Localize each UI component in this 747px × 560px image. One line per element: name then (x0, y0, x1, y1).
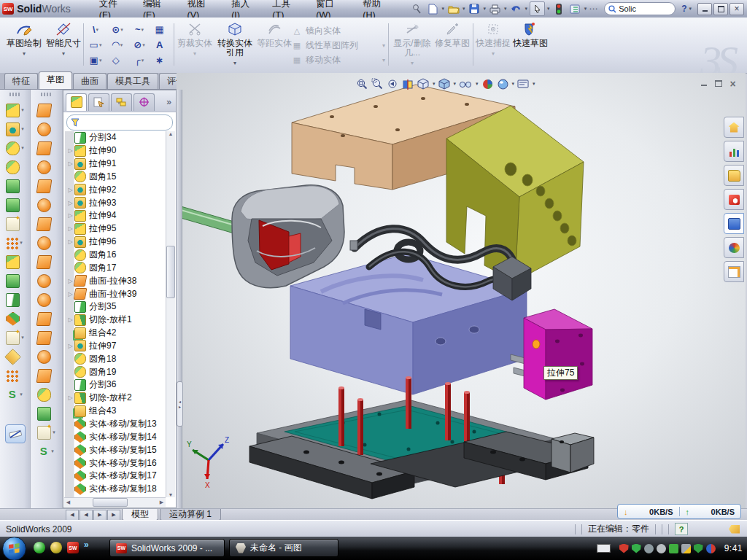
tree-item[interactable]: ▷ 组合42 (65, 327, 166, 340)
expand-arrow-icon[interactable]: ▷ (66, 225, 74, 232)
instant3d-icon[interactable]: ▾ (6, 347, 24, 366)
help-caret-icon[interactable]: ▾ (689, 6, 692, 12)
vpn-icon[interactable] (669, 544, 678, 553)
sketch-button[interactable]: 草图绘制▾ (4, 20, 44, 71)
tab-草图[interactable]: 草图 (39, 71, 72, 89)
pin-icon[interactable] (410, 2, 424, 15)
combine-bodies-icon[interactable]: ▾ (6, 252, 24, 271)
trim-entities-button[interactable]: 剪裁实体▾ (177, 20, 213, 71)
view-palette-icon[interactable] (724, 213, 744, 234)
swept-boss-icon[interactable]: ▾ (6, 158, 24, 176)
tree-horizontal-scrollbar[interactable]: ◀ ▶ (64, 497, 166, 507)
smart-dimension-button[interactable]: 智能尺寸▾ (45, 20, 82, 71)
spline-icon[interactable]: ~▾ (128, 22, 150, 37)
polygon-icon[interactable]: ◇▾ (107, 52, 128, 68)
curved-surface-icon[interactable]: ▾ (37, 271, 55, 290)
update-ball-icon[interactable] (50, 542, 62, 553)
tree-item[interactable]: ▷ 拉伸90 (65, 144, 166, 158)
ellipse-icon[interactable]: ⊘▾ (128, 37, 150, 52)
select-icon[interactable] (530, 1, 545, 16)
tree-item[interactable]: ▷ 实体-移动/复制17 (65, 470, 166, 483)
apply-scene-icon[interactable] (497, 77, 509, 90)
featuremanager-tree-icon[interactable] (66, 93, 87, 111)
swept-surface-icon[interactable]: ▾ (37, 139, 55, 158)
boss-extrude-icon[interactable]: ▾ (6, 101, 24, 120)
expand-arrow-icon[interactable]: ▷ (66, 316, 74, 323)
extruded-surface-icon[interactable]: ▾ (37, 101, 55, 120)
tree-item[interactable]: ▷ 圆角19 (65, 365, 166, 378)
linear-pattern-icon[interactable]: ▾ (6, 233, 24, 252)
file-explorer-icon[interactable] (724, 189, 744, 210)
study-nav-button[interactable]: ◀ (66, 510, 79, 521)
revolved-surface-icon[interactable]: ▾ (37, 120, 55, 139)
sketch-text-icon[interactable]: A▾ (150, 37, 172, 52)
taskbar-button-paint[interactable]: 未命名 - 画图 (229, 539, 338, 557)
tree-item[interactable]: ▷ 拉伸94 (65, 209, 166, 222)
stack-button[interactable]: ▦线性草图阵列▾ (292, 38, 385, 52)
offset-surface-icon[interactable]: ▾ (37, 233, 55, 252)
tree-item[interactable]: ▷ 拉伸91 (65, 158, 166, 171)
taskbar-button-solidworks[interactable]: SW SolidWorks 2009 - ... (109, 539, 225, 557)
measure-button[interactable] (5, 424, 26, 443)
search-input[interactable]: Solic (604, 2, 676, 15)
input-method-keyboard-icon[interactable] (597, 544, 611, 553)
tree-item[interactable]: ▷ 实体-移动/复制14 (65, 430, 166, 443)
select-caret-icon[interactable]: ▾ (547, 6, 550, 12)
tree-item[interactable]: ▷ 曲面-拉伸39 (65, 287, 166, 300)
quick-tips-icon[interactable]: ? (675, 523, 688, 535)
tree-item[interactable]: ▷ 拉伸92 (65, 183, 166, 196)
tree-item[interactable]: ▷ 圆角15 (65, 171, 166, 184)
expand-arrow-icon[interactable]: ▷ (66, 238, 74, 245)
tab-模具工具[interactable]: 模具工具 (107, 73, 158, 89)
doc-restore-icon[interactable] (713, 79, 724, 88)
scroll-thumb[interactable] (166, 246, 175, 298)
shell-icon[interactable]: ▾ (6, 195, 24, 214)
tree-item[interactable]: ▷ 拉伸97 (65, 340, 166, 353)
quick-snaps-button[interactable]: 快速捕捉▾ (476, 20, 511, 71)
view-orientation-icon[interactable] (417, 77, 430, 90)
untrim-surface-icon[interactable]: ▾ (37, 366, 55, 385)
doc-tab-运动算例 1[interactable]: 运动算例 1 (160, 509, 221, 521)
stack-button[interactable]: △镜向实体▾ (292, 23, 385, 38)
filled-surface-icon[interactable]: ▾ (37, 195, 55, 214)
split-icon[interactable]: ▾ (6, 290, 24, 309)
network-warning-icon[interactable] (681, 544, 691, 553)
tree-item[interactable]: ▷ 圆角18 (65, 352, 166, 365)
expand-arrow-icon[interactable]: ▷ (66, 200, 74, 206)
messenger-icon[interactable] (34, 542, 45, 553)
manager-overflow-chevron[interactable]: » (166, 97, 174, 107)
antivirus-shield-icon[interactable] (619, 544, 629, 553)
tree-item[interactable]: ▷ 曲面-拉伸38 (65, 274, 166, 287)
reference-geometry-icon[interactable]: ▾ (6, 328, 24, 347)
repair-sketch-button[interactable]: 修复草图 (435, 20, 470, 71)
save-icon[interactable] (468, 2, 481, 15)
start-button[interactable] (2, 537, 26, 560)
solidworks-quicklaunch-icon[interactable]: SW (67, 542, 79, 553)
zoom-fit-icon[interactable] (356, 77, 368, 90)
splitter-handle[interactable]: ◂▸ (177, 381, 183, 427)
tree-item[interactable]: ▷ 实体-移动/复制13 (65, 418, 166, 431)
edit-appearance-icon[interactable] (481, 77, 494, 90)
sync-status-icon[interactable] (706, 544, 716, 553)
fillet-icon[interactable]: ▾ (6, 139, 24, 158)
doc-tab-模型[interactable]: 模型 (122, 509, 158, 521)
save-caret-icon[interactable]: ▾ (484, 6, 487, 12)
zoom-area-icon[interactable] (371, 77, 384, 90)
section-view-icon[interactable] (402, 77, 414, 90)
fillet-surface-icon[interactable]: ▾ (37, 385, 55, 404)
display-style-caret-icon[interactable]: ▾ (454, 81, 457, 87)
tree-item[interactable]: ▷ 拉伸96 (65, 236, 166, 249)
scroll-down-icon[interactable]: ▼ (169, 492, 174, 497)
point-icon[interactable]: ∗▾ (150, 52, 172, 68)
scroll-left-icon[interactable]: ◀ (64, 499, 72, 505)
offset-entities-button[interactable]: 等距实体 (257, 20, 292, 71)
ruled-surface-icon[interactable]: ▾ (37, 328, 55, 347)
help-icon[interactable]: ? (681, 4, 686, 14)
tree-item[interactable]: ▷ 拉伸95 (65, 222, 166, 236)
open-caret-icon[interactable]: ▾ (462, 6, 465, 12)
study-nav-button[interactable]: ▶ (107, 510, 120, 521)
expand-arrow-icon[interactable]: ▷ (66, 343, 74, 349)
tree-item[interactable]: ▷ 实体-移动/复制16 (65, 456, 166, 470)
surface-spline-icon[interactable]: S▾ (37, 442, 55, 461)
slot-icon[interactable]: ▣▾ (85, 52, 107, 68)
